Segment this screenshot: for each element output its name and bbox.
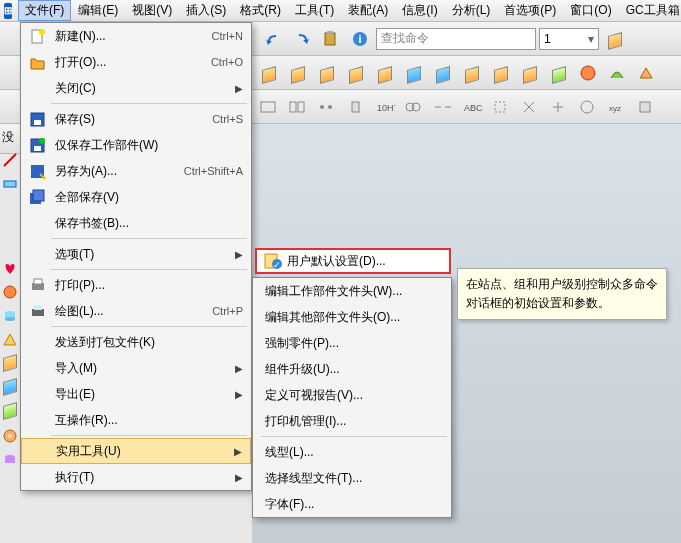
svg-point-37 — [39, 138, 45, 144]
menu-view[interactable]: 视图(V) — [125, 0, 179, 21]
file-menu-R[interactable]: 互操作(R)... — [21, 407, 251, 433]
menu-format[interactable]: 格式(R) — [233, 0, 288, 21]
menu-info[interactable]: 信息(I) — [395, 0, 444, 21]
prim-14[interactable] — [633, 60, 659, 86]
util-menu-item[interactable]: 字体(F)... — [253, 491, 451, 517]
view-9[interactable] — [488, 94, 514, 120]
util-menu-item[interactable]: 线型(L)... — [253, 439, 451, 465]
menubar: ⊞ 文件(F) 编辑(E) 视图(V) 插入(S) 格式(R) 工具(T) 装配… — [0, 0, 681, 22]
util-menu-item[interactable]: 编辑工作部件文件头(W)... — [253, 278, 451, 304]
side-box1[interactable] — [0, 352, 20, 376]
prim-8[interactable] — [459, 60, 485, 86]
redo-button[interactable] — [289, 26, 315, 52]
prim-11[interactable] — [546, 60, 572, 86]
util-menu-item[interactable]: 强制零件(P)... — [253, 330, 451, 356]
svg-point-16 — [581, 101, 593, 113]
file-menu-M[interactable]: 导入(M)▶ — [21, 355, 251, 381]
svg-rect-44 — [34, 305, 42, 310]
file-dropdown: 新建(N)...Ctrl+N打开(O)...Ctrl+O关闭(C)▶保存(S)C… — [20, 22, 252, 491]
side-donut[interactable] — [0, 424, 20, 448]
file-menu-E[interactable]: 导出(E)▶ — [21, 381, 251, 407]
view-3[interactable] — [314, 94, 340, 120]
file-menu-K[interactable]: 发送到打包文件(K) — [21, 329, 251, 355]
util-menu-item[interactable]: 组件升级(U)... — [253, 356, 451, 382]
side-plane[interactable] — [0, 172, 20, 196]
view-8[interactable]: ABC — [459, 94, 485, 120]
menu-file[interactable]: 文件(F) — [18, 0, 71, 21]
side-box2[interactable] — [0, 376, 20, 400]
svg-rect-43 — [32, 309, 44, 316]
view-7[interactable] — [430, 94, 456, 120]
user-defaults-icon: ✓ — [263, 252, 283, 270]
svg-point-8 — [320, 105, 324, 109]
svg-rect-15 — [495, 102, 505, 112]
prim-6[interactable] — [401, 60, 427, 86]
prim-10[interactable] — [517, 60, 543, 86]
svg-text:✓: ✓ — [273, 260, 281, 270]
prim-12[interactable] — [575, 60, 601, 86]
menu-tools[interactable]: 工具(T) — [288, 0, 341, 21]
page-input[interactable]: 1▾ — [539, 28, 599, 50]
menu-gctools[interactable]: GC工具箱 — [619, 0, 681, 21]
file-menu-L[interactable]: 绘图(L)...Ctrl+P — [21, 298, 251, 324]
file-menu-S[interactable]: 保存(S)Ctrl+S — [21, 106, 251, 132]
prim-5[interactable] — [372, 60, 398, 86]
menu-preferences[interactable]: 首选项(P) — [497, 0, 563, 21]
side-line[interactable] — [0, 148, 20, 172]
info-button[interactable]: i — [347, 26, 373, 52]
file-menu-U[interactable]: 实用工具(U)▶ — [21, 438, 251, 464]
prim-2[interactable] — [285, 60, 311, 86]
svg-text:xyz: xyz — [609, 104, 621, 113]
svg-point-28 — [8, 434, 12, 438]
view-2[interactable] — [285, 94, 311, 120]
user-defaults-item[interactable]: ✓ 用户默认设置(D)... — [255, 248, 451, 274]
file-menu-C[interactable]: 关闭(C)▶ — [21, 75, 251, 101]
menu-window[interactable]: 窗口(O) — [563, 0, 618, 21]
prim-1[interactable] — [256, 60, 282, 86]
file-menu-O[interactable]: 打开(O)...Ctrl+O — [21, 49, 251, 75]
view-6[interactable] — [401, 94, 427, 120]
prim-3[interactable] — [314, 60, 340, 86]
tool-btn-a[interactable] — [602, 26, 628, 52]
util-menu-item[interactable]: 定义可视报告(V)... — [253, 382, 451, 408]
file-menu-N[interactable]: 新建(N)...Ctrl+N — [21, 23, 251, 49]
undo-button[interactable] — [260, 26, 286, 52]
side-box3[interactable] — [0, 400, 20, 424]
file-menu-P[interactable]: 打印(P)... — [21, 272, 251, 298]
view-1[interactable] — [256, 94, 282, 120]
view-5[interactable]: 10H7 — [372, 94, 398, 120]
side-cone[interactable] — [0, 328, 20, 352]
view-11[interactable] — [546, 94, 572, 120]
svg-rect-1 — [327, 31, 333, 34]
prim-4[interactable] — [343, 60, 369, 86]
view-12[interactable] — [575, 94, 601, 120]
prim-9[interactable] — [488, 60, 514, 86]
svg-point-4 — [581, 66, 595, 80]
search-input[interactable]: 查找命令 — [376, 28, 536, 50]
menu-analysis[interactable]: 分析(L) — [445, 0, 498, 21]
prim-7[interactable] — [430, 60, 456, 86]
file-menu-W[interactable]: 仅保存工作部件(W) — [21, 132, 251, 158]
util-menu-item[interactable]: 编辑其他部件文件头(O)... — [253, 304, 451, 330]
paste-button[interactable] — [318, 26, 344, 52]
menu-edit[interactable]: 编辑(E) — [71, 0, 125, 21]
prim-13[interactable] — [604, 60, 630, 86]
view-13[interactable]: xyz — [604, 94, 630, 120]
file-menu-T[interactable]: 选项(T)▶ — [21, 241, 251, 267]
view-4[interactable] — [343, 94, 369, 120]
side-cyl2[interactable] — [0, 448, 20, 472]
side-sphere[interactable] — [0, 280, 20, 304]
file-menu-T[interactable]: 执行(T)▶ — [21, 464, 251, 490]
menu-insert[interactable]: 插入(S) — [179, 0, 233, 21]
menu-assembly[interactable]: 装配(A) — [341, 0, 395, 21]
util-menu-item[interactable]: 选择线型文件(T)... — [253, 465, 451, 491]
side-heart[interactable] — [0, 256, 20, 280]
view-10[interactable] — [517, 94, 543, 120]
util-menu-item[interactable]: 打印机管理(I)... — [253, 408, 451, 434]
file-menu-A[interactable]: 另存为(A)...Ctrl+Shift+A — [21, 158, 251, 184]
file-menu-V[interactable]: 全部保存(V) — [21, 184, 251, 210]
file-menu-B[interactable]: 保存书签(B)... — [21, 210, 251, 236]
view-14[interactable] — [633, 94, 659, 120]
app-logo-icon: ⊞ — [4, 3, 12, 19]
side-cyl[interactable] — [0, 304, 20, 328]
